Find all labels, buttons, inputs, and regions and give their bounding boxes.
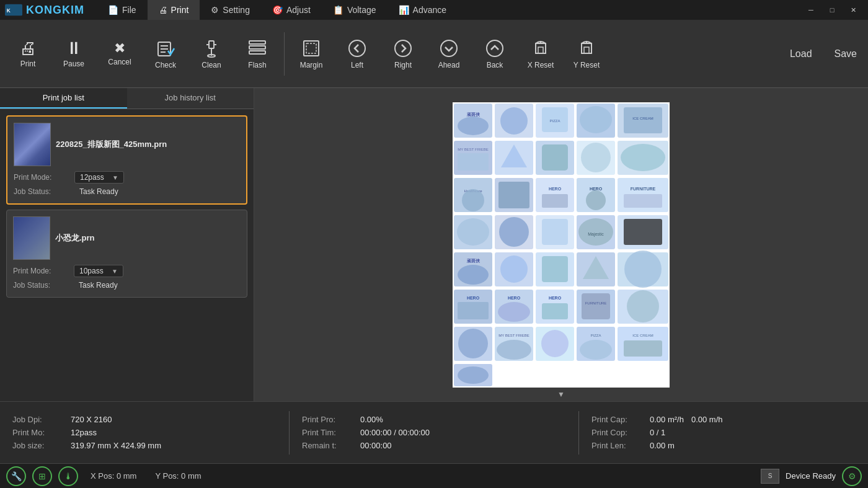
svg-rect-38 [458,153,489,171]
status-col-3: Print Cap: 0.00 m²/h 0.00 m/h Print Cop:… [591,415,856,450]
menu-bar: 📄 File 🖨 Print ⚙ Setting 🎯 Adjust 📋 Volt… [97,0,801,20]
print-len-value: 0.00 m [650,441,675,450]
left-button[interactable]: Left [335,26,379,82]
right-button[interactable]: Right [381,26,425,82]
svg-point-46 [621,144,665,171]
load-save-area: Load Save [785,46,862,62]
menu-advance[interactable]: 📊 Advance [388,0,458,20]
svg-point-18 [441,40,457,56]
cancel-toolbar-icon: ✖ [114,42,125,55]
thermometer-icon-button[interactable]: 🌡 [58,466,78,486]
margin-button[interactable]: Margin [290,26,333,82]
job-status-value-2: Task Ready [74,280,123,291]
ahead-toolbar-label: Ahead [438,61,460,69]
job-mode-row-1: Print Mode: 12pass ▼ [14,171,240,184]
x-reset-button[interactable]: X Reset [519,26,562,82]
dropdown-arrow-1: ▼ [112,174,118,181]
job-mode-value-1: 12pass [80,173,104,182]
voltage-icon: 📋 [333,5,343,15]
job-thumb-inner-2 [14,217,50,259]
menu-print[interactable]: 🖨 Print [148,0,200,20]
print-len-row: Print Len: 0.00 m [591,441,856,450]
back-button[interactable]: Back [473,26,516,82]
svg-rect-66 [542,219,568,245]
job-mode-dropdown-1[interactable]: 12pass ▼ [74,171,124,184]
clean-button[interactable]: Clean [190,26,233,82]
print-button[interactable]: 🖨 Print [6,26,50,82]
ahead-toolbar-icon [439,38,459,58]
left-toolbar-label: Left [351,61,363,69]
y-pos-value: 0 mm [181,471,202,481]
flash-button[interactable]: Flash [236,26,279,82]
svg-rect-78 [542,256,568,282]
clean-toolbar-icon [202,38,221,58]
svg-text:PIZZA: PIZZA [590,334,601,337]
svg-rect-60 [624,194,662,208]
ahead-button[interactable]: Ahead [427,26,471,82]
job-status-row-2: Job Status: Task Ready [13,280,241,291]
print-progress-row: Print Pro: 0.00% [302,415,566,424]
status-divider-1 [289,411,290,455]
job-mode-row-2: Print Mode: 10pass ▼ [13,265,241,277]
menu-setting-label: Setting [223,5,250,15]
menu-voltage-label: Voltage [347,5,376,15]
job-item-1[interactable]: 220825_排版新图_425mm.prn Print Mode: 12pass… [6,115,247,205]
pause-button[interactable]: ⏸ Pause [52,26,95,82]
y-reset-button[interactable]: Y Reset [565,26,608,82]
settings-icon-button[interactable]: ⚙ [842,466,862,486]
menu-setting[interactable]: ⚙ Setting [200,0,261,20]
y-reset-toolbar-icon [577,38,596,58]
svg-point-88 [498,302,530,322]
check-toolbar-label: Check [155,61,176,69]
menu-voltage[interactable]: 📋 Voltage [322,0,388,20]
load-button[interactable]: Load [785,46,817,62]
job-fields-2: Print Mode: 10pass ▼ Job Status: Task Re… [13,265,241,291]
main-content: Print job list Job history list 220825_排… [0,88,868,401]
print-cop-label: Print Cop: [591,428,647,437]
toolbar: 🖨 Print ⏸ Pause ✖ Cancel Check Clean [0,20,868,88]
job-thumbnail-2 [13,216,50,260]
check-button[interactable]: Check [144,26,187,82]
svg-point-106 [580,340,612,360]
tab-print-job[interactable]: Print job list [0,88,127,109]
cancel-button[interactable]: ✖ Cancel [98,26,141,82]
svg-point-101 [497,340,531,360]
print-mode-row: Print Mo: 12pass [12,428,277,437]
svg-text:ICE CREAM: ICE CREAM [632,117,653,120]
svg-text:Majestic: Majestic [588,232,604,237]
menu-adjust[interactable]: 🎯 Adjust [261,0,322,20]
x-position: X Pos: 0 mm [91,471,136,481]
svg-point-76 [500,255,528,283]
menu-file[interactable]: 📄 File [97,0,148,20]
svg-rect-54 [542,194,568,208]
job-item-2[interactable]: 小恐龙.prn Print Mode: 10pass ▼ Job Status:… [6,210,247,298]
y-position: Y Pos: 0 mm [155,471,201,481]
pause-toolbar-label: Pause [63,60,84,68]
window-controls: ─ □ ✕ [801,4,863,16]
right-toolbar-icon [393,38,413,58]
restore-button[interactable]: □ [822,4,842,16]
print-cop-row: Print Cop: 0 / 1 [591,428,856,437]
close-button[interactable]: ✕ [843,4,863,16]
y-reset-toolbar-label: Y Reset [574,61,600,69]
job-title-1: 220825_排版新图_425mm.prn [56,139,167,150]
job-title-2: 小恐龙.prn [55,233,95,244]
remain-value: 00:00:00 [360,441,392,450]
check-toolbar-icon [156,38,175,58]
minimize-button[interactable]: ─ [801,4,821,16]
svg-text:HERO: HERO [549,296,562,300]
svg-rect-11 [249,41,265,44]
grid-icon-button[interactable]: ⊞ [32,466,52,486]
print-toolbar-icon: 🖨 [19,40,37,57]
svg-rect-15 [306,43,316,53]
print-cap-row: Print Cap: 0.00 m²/h 0.00 m/h [591,415,856,424]
job-mode-dropdown-2[interactable]: 10pass ▼ [74,265,123,277]
job-dpi-value: 720 X 2160 [71,415,112,424]
save-button[interactable]: Save [830,46,862,62]
wrench-icon-button[interactable]: 🔧 [6,466,26,486]
job-list: 220825_排版新图_425mm.prn Print Mode: 12pass… [0,109,254,304]
clean-toolbar-label: Clean [202,61,221,69]
svg-point-64 [499,217,529,247]
svg-rect-51 [498,182,529,208]
tab-job-history[interactable]: Job history list [127,88,254,109]
